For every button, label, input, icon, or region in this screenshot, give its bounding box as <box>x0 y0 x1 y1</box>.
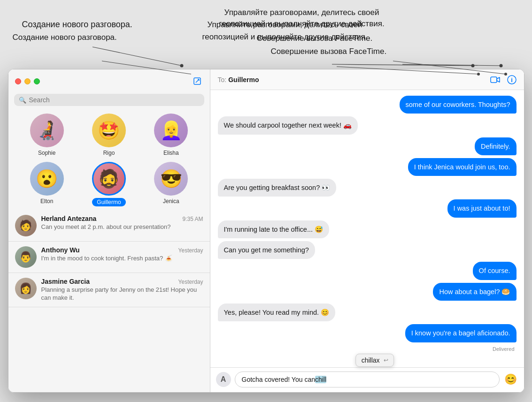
contact-sophie[interactable]: 🧑‍🦼 Sophie <box>30 114 64 156</box>
recipient-name: Guillermo <box>228 76 490 83</box>
msg-row-11: I know you're a bagel aficionado. <box>218 324 517 342</box>
msg-row-5: I was just about to! <box>218 199 517 217</box>
conv-info-jasmine: Jasmine Garcia Yesterday Planning a surp… <box>41 278 203 302</box>
emoji-button[interactable]: 😊 <box>503 372 518 387</box>
conv-name-anthony: Anthony Wu <box>41 246 80 254</box>
avatar-guillermo: 🧔 <box>92 162 126 196</box>
bubble-5: I was just about to! <box>447 199 517 217</box>
svg-point-4 <box>477 73 480 76</box>
svg-text:i: i <box>511 76 513 83</box>
autocorrect-word: chillax <box>362 356 380 364</box>
contact-name-jenica: Jenica <box>163 198 179 205</box>
msg-row-3: I think Jenica would join us, too. <box>218 158 517 176</box>
emoji-icon: 😊 <box>504 373 517 386</box>
compose-button[interactable] <box>191 75 203 87</box>
autocorrect-highlight: chill <box>315 376 326 383</box>
svg-line-3 <box>337 67 478 74</box>
msg-row-7: Can you get me something? <box>218 241 517 259</box>
app-store-button[interactable]: A <box>216 372 231 387</box>
contact-name-rigo: Rigo <box>103 150 115 156</box>
facetime-button[interactable] <box>490 76 501 83</box>
avatar-sophie: 🧑‍🦼 <box>30 114 64 147</box>
pinned-contacts-row1: 🧑‍🦼 Sophie 🤩 Rigo 👱‍♀️ Elisha <box>8 110 210 158</box>
message-input-wrap: Gotcha covered! You can chill chillax ↩ <box>235 372 500 387</box>
conv-time-jasmine: Yesterday <box>178 279 203 285</box>
details-button[interactable]: i <box>507 75 517 84</box>
msg-row-4: Are you getting breakfast soon? 👀 <box>218 179 517 197</box>
avatar-herland: 🧑 <box>15 215 37 236</box>
msg-row-9: How about a bagel? 🥯 <box>218 283 517 301</box>
avatar-elisha: 👱‍♀️ <box>154 114 188 147</box>
search-icon: 🔍 <box>19 97 26 104</box>
contact-elton[interactable]: 😮 Elton <box>30 162 64 206</box>
bubble-2: Definitely. <box>475 137 517 155</box>
bubble-6: I'm running late to the office... 😅 <box>218 220 330 238</box>
annotation-create-label: Создание нового разговора. <box>13 33 117 42</box>
bubble-3: I think Jenica would join us, too. <box>408 158 517 176</box>
bubble-7: Can you get me something? <box>218 241 315 259</box>
chat-actions: i <box>490 75 517 84</box>
contact-name-elisha: Elisha <box>163 150 179 156</box>
msg-row-8: Of course. <box>218 262 517 280</box>
msg-row-1: We should carpool together next week! 🚗 <box>218 116 517 134</box>
conv-time-anthony: Yesterday <box>178 247 203 254</box>
avatar-jenica: 😎 <box>154 162 188 196</box>
conv-item-herland[interactable]: 🧑 Herland Antezana 9:35 AM Can you meet … <box>8 210 210 242</box>
app-icon: A <box>221 375 226 384</box>
annotation-manage-label: Управляйте разговорами, делитесь своей г… <box>196 19 374 43</box>
avatar-elton: 😮 <box>30 162 64 196</box>
autocorrect-popup[interactable]: chillax ↩ <box>355 354 394 367</box>
conv-preview-anthony: I'm in the mood to cook tonight. Fresh p… <box>41 255 203 263</box>
main-window: 🔍 🧑‍🦼 Sophie 🤩 Rigo 👱‍♀️ Elis <box>8 69 524 393</box>
avatar-rigo: 🤩 <box>92 114 126 147</box>
svg-line-0 <box>102 61 191 74</box>
svg-point-2 <box>504 73 507 76</box>
conv-preview-herland: Can you meet at 2 p.m. about our present… <box>41 223 203 231</box>
contact-rigo[interactable]: 🤩 Rigo <box>92 114 126 156</box>
bubble-4: Are you getting breakfast soon? 👀 <box>218 179 337 197</box>
avatar-jasmine: 👩 <box>15 278 37 299</box>
conv-name-jasmine: Jasmine Garcia <box>41 278 90 285</box>
conv-preview-jasmine: Planning a surprise party for Jenny on t… <box>41 286 203 302</box>
close-button[interactable] <box>15 78 21 84</box>
traffic-lights <box>15 78 40 84</box>
message-input[interactable]: Gotcha covered! You can chill <box>235 372 500 387</box>
sidebar: 🔍 🧑‍🦼 Sophie 🤩 Rigo 👱‍♀️ Elis <box>8 69 210 392</box>
bubble-10: Yes, please! You read my mind. 😊 <box>218 303 336 321</box>
contact-elisha[interactable]: 👱‍♀️ Elisha <box>154 114 188 156</box>
avatar-anthony: 👨 <box>15 246 37 268</box>
msg-row-0: some of our coworkers. Thoughts? <box>218 96 517 114</box>
annotation-facetime-label: Совершение вызова FaceTime. <box>271 47 387 56</box>
contact-name-elton: Elton <box>40 198 53 205</box>
input-area: A Gotcha covered! You can chill chillax … <box>210 367 524 392</box>
conv-item-anthony[interactable]: 👨 Anthony Wu Yesterday I'm in the mood t… <box>8 242 210 273</box>
search-bar[interactable]: 🔍 <box>14 94 204 106</box>
contact-jenica[interactable]: 😎 Jenica <box>154 162 188 206</box>
svg-rect-15 <box>491 77 497 83</box>
messages-area: some of our coworkers. Thoughts? We shou… <box>210 90 524 367</box>
minimize-button[interactable] <box>24 78 31 84</box>
maximize-button[interactable] <box>34 78 40 84</box>
msg-row-2: Definitely. <box>218 137 517 155</box>
msg-row-10: Yes, please! You read my mind. 😊 <box>218 303 517 321</box>
delivered-status: Delivered <box>218 346 515 352</box>
bubble-0: some of our coworkers. Thoughts? <box>400 96 517 114</box>
conv-info-herland: Herland Antezana 9:35 AM Can you meet at… <box>41 215 203 231</box>
conv-info-anthony: Anthony Wu Yesterday I'm in the mood to … <box>41 246 203 263</box>
conv-name-herland: Herland Antezana <box>41 215 97 222</box>
contact-name-guillermo: Guillermo <box>92 198 125 206</box>
chat-panel: To: Guillermo i so <box>210 69 524 392</box>
contact-guillermo[interactable]: 🧔 Guillermo <box>92 162 126 206</box>
contact-name-sophie: Sophie <box>38 150 55 156</box>
msg-row-6: I'm running late to the office... 😅 <box>218 220 517 238</box>
svg-line-12 <box>196 80 199 83</box>
search-input[interactable] <box>29 96 200 104</box>
bubble-11: I know you're a bagel aficionado. <box>405 324 517 342</box>
conv-item-jasmine[interactable]: 👩 Jasmine Garcia Yesterday Planning a su… <box>8 273 210 307</box>
svg-line-1 <box>393 61 506 74</box>
conversation-list: 🧑 Herland Antezana 9:35 AM Can you meet … <box>8 210 210 392</box>
pinned-contacts-row2: 😮 Elton 🧔 Guillermo 😎 Jenica <box>8 158 210 210</box>
bubble-8: Of course. <box>473 262 517 280</box>
conv-time-herland: 9:35 AM <box>182 216 203 222</box>
to-label: To: <box>218 76 227 83</box>
